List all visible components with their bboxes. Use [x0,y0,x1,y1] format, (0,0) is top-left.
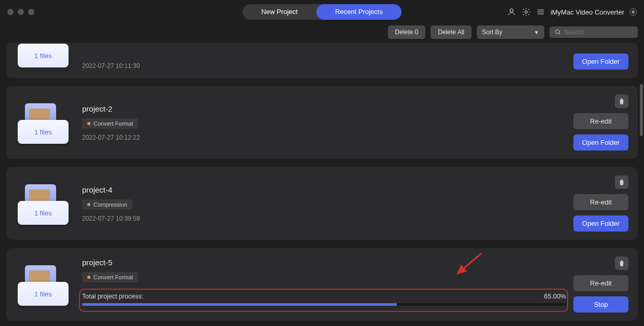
progress-fill [82,303,397,306]
tag-label: Convert Format [93,274,133,280]
svg-point-0 [510,9,513,12]
card-actions: Re-edit Stop [571,256,628,313]
window-controls [7,9,34,15]
search-icon [555,29,561,36]
tag-dot-icon [87,122,90,125]
folder-thumbnail: 1 files [15,99,72,146]
project-card: 1 files project-5 Convert Format Total p… [6,248,638,321]
folder-thumbnail: 1 files [15,261,72,308]
sort-by-label: Sort By [482,29,502,36]
project-card: 1 files project-4 Compression 2022-07-27… [6,167,638,240]
folder-thumbnail: 1 files [15,44,72,70]
open-folder-button[interactable]: Open Folder [573,215,628,232]
progress-label: Total project process: [82,293,143,300]
sort-by-dropdown[interactable]: Sort By ▼ [477,25,544,39]
trash-icon [618,179,625,186]
settings-icon[interactable] [521,7,531,17]
search-box[interactable] [549,26,638,38]
project-name: project-4 [82,185,571,194]
project-list: 1 files 2022-07-27 10:11:30 Open Folder … [0,43,644,326]
re-edit-button[interactable]: Re-edit [573,113,628,129]
tab-new-project[interactable]: New Project [243,4,316,20]
maximize-window[interactable] [28,9,34,15]
tag-label: Compression [93,201,127,208]
project-tag: Convert Format [82,272,138,282]
card-body: project-2 Convert Format 2022-07-27 10:1… [82,104,571,141]
tag-label: Convert Format [93,120,133,127]
progress-percent: 65.00% [544,293,566,300]
tab-recent-projects[interactable]: Recent Projects [316,4,401,20]
toolbar: Delete 0 Delete All Sort By ▼ [0,24,644,43]
title-bar: New Project Recent Projects iMyMac Video… [0,0,644,24]
project-card: 1 files project-2 Convert Format 2022-07… [6,86,638,159]
project-tag: Compression [82,199,132,210]
close-window[interactable] [7,9,14,15]
card-actions: Re-edit Open Folder [571,94,628,151]
tag-dot-icon [87,203,90,206]
project-timestamp: 2022-07-27 10:12:22 [82,134,571,141]
titlebar-right: iMyMac Video Converter [507,7,637,17]
account-icon[interactable] [507,7,516,17]
delete-project-button[interactable] [615,256,628,270]
card-actions: Re-edit Open Folder [571,175,628,232]
project-timestamp: 2022-07-27 10:11:30 [82,62,571,70]
project-card: 1 files 2022-07-27 10:11:30 Open Folder [6,43,638,78]
app-title: iMyMac Video Converter [551,8,624,16]
trash-icon [618,98,625,105]
progress-section: Total project process: 65.00% [82,290,571,311]
card-body: project-5 Convert Format Total project p… [82,258,571,311]
record-indicator-icon [629,8,637,16]
stop-button[interactable]: Stop [573,296,628,313]
folder-thumbnail: 1 files [15,180,72,227]
file-count: 1 files [18,44,69,67]
project-name: project-5 [82,258,571,267]
chevron-down-icon: ▼ [534,30,539,35]
scrollbar[interactable] [640,84,643,136]
menu-icon[interactable] [536,7,545,17]
card-body: 2022-07-27 10:11:30 [82,62,571,70]
file-count: 1 files [18,201,69,225]
file-count: 1 files [18,282,69,306]
trash-icon [618,260,625,267]
delete-project-button[interactable] [615,175,628,189]
minimize-window[interactable] [18,9,24,15]
main-tabs: New Project Recent Projects [243,4,401,20]
open-folder-button[interactable]: Open Folder [573,53,628,70]
delete-project-button[interactable] [615,94,628,108]
card-actions: Open Folder [571,53,628,70]
search-input[interactable] [564,29,633,36]
annotation-highlight [79,289,568,312]
project-name: project-2 [82,104,571,113]
project-timestamp: 2022-07-27 10:39:59 [82,215,571,222]
tag-dot-icon [87,276,90,279]
delete-selected-button[interactable]: Delete 0 [388,25,426,39]
open-folder-button[interactable]: Open Folder [573,134,628,151]
card-body: project-4 Compression 2022-07-27 10:39:5… [82,185,571,222]
progress-bar [82,303,566,306]
re-edit-button[interactable]: Re-edit [573,194,628,210]
project-tag: Convert Format [82,118,138,129]
delete-all-button[interactable]: Delete All [431,25,472,39]
file-count: 1 files [18,120,69,144]
re-edit-button[interactable]: Re-edit [573,275,628,291]
svg-point-1 [525,11,528,13]
